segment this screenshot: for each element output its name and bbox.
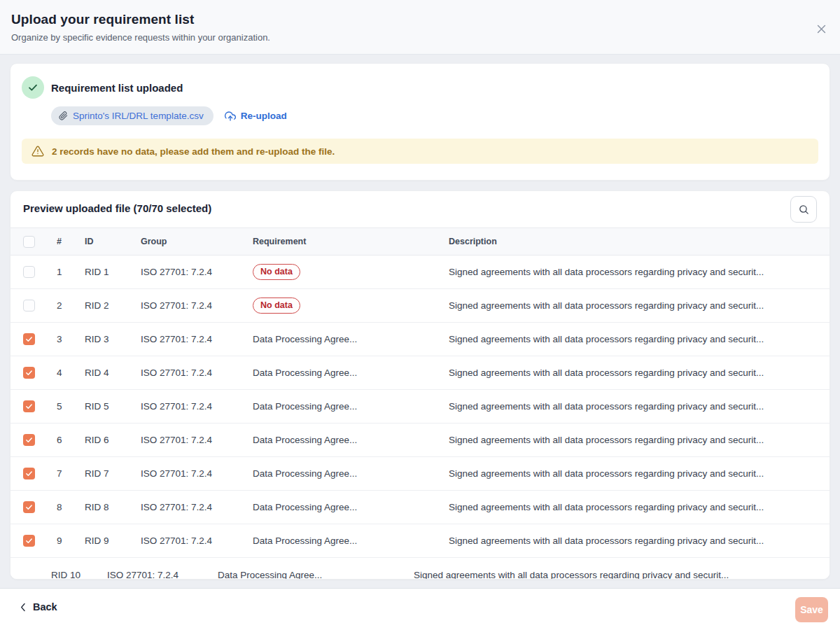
- reupload-button[interactable]: Re-upload: [225, 111, 287, 122]
- row-number: 6: [57, 435, 85, 445]
- row-description: Signed agreements with all data processo…: [449, 300, 830, 311]
- row-id: RID 7: [85, 468, 141, 479]
- row-description: Signed agreements with all data processo…: [449, 334, 830, 344]
- table-row: 9 RID 9 ISO 27701: 7.2.4 Data Processing…: [10, 524, 830, 558]
- table-header-row: # ID Group Requirement Description: [10, 227, 830, 255]
- row-checkbox[interactable]: [23, 266, 35, 278]
- page-title: Upload your requirement list: [11, 12, 194, 27]
- row-checkbox[interactable]: [23, 501, 35, 513]
- page-header: Upload your requirement list Organize by…: [0, 0, 840, 55]
- row-id: RID 6: [85, 435, 141, 445]
- row-description: Signed agreements with all data processo…: [449, 401, 830, 412]
- row-group: ISO 27701: 7.2.4: [141, 267, 253, 277]
- row-description: Signed agreements with all data processo…: [449, 502, 830, 512]
- table-row: 3 RID 3 ISO 27701: 7.2.4 Data Processing…: [10, 323, 830, 356]
- row-requirement: Data Processing Agree...: [218, 570, 322, 580]
- row-group: ISO 27701: 7.2.4: [141, 368, 253, 378]
- row-checkbox[interactable]: [23, 400, 35, 412]
- reupload-label: Re-upload: [241, 111, 287, 121]
- row-group: ISO 27701: 7.2.4: [141, 468, 253, 479]
- chevron-left-icon: [18, 602, 29, 612]
- row-id: RID 4: [85, 368, 141, 378]
- row-number: 3: [57, 334, 85, 344]
- table-row: 2 RID 2 ISO 27701: 7.2.4 No data Signed …: [10, 289, 830, 323]
- row-requirement: Data Processing Agree...: [253, 401, 449, 412]
- back-button[interactable]: Back: [18, 601, 57, 612]
- close-icon[interactable]: [814, 22, 828, 36]
- row-description: Signed agreements with all data processo…: [449, 267, 830, 277]
- row-description: Signed agreements with all data processo…: [449, 435, 830, 445]
- row-number: 9: [57, 536, 85, 546]
- row-checkbox[interactable]: [23, 434, 35, 446]
- row-group: ISO 27701: 7.2.4: [107, 570, 178, 580]
- column-header-group: Group: [141, 237, 253, 246]
- row-group: ISO 27701: 7.2.4: [141, 435, 253, 445]
- table-row: 8 RID 8 ISO 27701: 7.2.4 Data Processing…: [10, 491, 830, 524]
- table-row: 4 RID 4 ISO 27701: 7.2.4 Data Processing…: [10, 356, 830, 390]
- row-id: RID 8: [85, 502, 141, 512]
- row-requirement: No data: [253, 264, 449, 280]
- table-row-partial: RID 10 ISO 27701: 7.2.4 Data Processing …: [10, 558, 830, 580]
- success-check-icon: [22, 76, 44, 99]
- preview-title: Preview uploaded file (70/70 selected): [23, 202, 211, 214]
- warning-triangle-icon: [31, 145, 44, 158]
- select-all-checkbox[interactable]: [23, 236, 35, 248]
- row-id: RID 2: [85, 300, 141, 311]
- warning-message: 2 records have no data, please add them …: [52, 146, 335, 157]
- search-button[interactable]: [790, 196, 817, 223]
- row-id: RID 9: [85, 536, 141, 546]
- preview-card: Preview uploaded file (70/70 selected) #…: [10, 190, 830, 580]
- row-requirement: Data Processing Agree...: [253, 334, 449, 344]
- row-number: 5: [57, 401, 85, 412]
- row-description: Signed agreements with all data processo…: [449, 368, 830, 378]
- row-requirement: No data: [253, 298, 449, 314]
- row-group: ISO 27701: 7.2.4: [141, 334, 253, 344]
- row-group: ISO 27701: 7.2.4: [141, 502, 253, 512]
- row-requirement: Data Processing Agree...: [253, 468, 449, 479]
- table-row: 1 RID 1 ISO 27701: 7.2.4 No data Signed …: [10, 255, 830, 289]
- warning-banner: 2 records have no data, please add them …: [22, 139, 818, 164]
- row-description: Signed agreements with all data processo…: [449, 468, 830, 479]
- upload-status-card: Requirement list uploaded Sprinto's IRL/…: [10, 63, 830, 181]
- search-icon: [798, 204, 810, 216]
- no-data-badge: No data: [253, 264, 300, 280]
- row-number: 7: [57, 468, 85, 479]
- table-row: 5 RID 5 ISO 27701: 7.2.4 Data Processing…: [10, 390, 830, 424]
- uploaded-file-name: Sprinto's IRL/DRL template.csv: [73, 111, 204, 121]
- column-header-id: ID: [85, 237, 141, 246]
- no-data-badge: No data: [253, 298, 300, 314]
- row-number: 2: [57, 300, 85, 311]
- row-number: 8: [57, 502, 85, 512]
- table-row: 7 RID 7 ISO 27701: 7.2.4 Data Processing…: [10, 457, 830, 491]
- table-body: 1 RID 1 ISO 27701: 7.2.4 No data Signed …: [10, 255, 830, 558]
- row-requirement: Data Processing Agree...: [253, 368, 449, 378]
- save-button[interactable]: Save: [795, 597, 828, 622]
- paperclip-icon: [59, 111, 68, 120]
- footer-bar: Back Save: [0, 588, 840, 630]
- row-checkbox[interactable]: [23, 367, 35, 379]
- row-number: 1: [57, 267, 85, 277]
- row-requirement: Data Processing Agree...: [253, 502, 449, 512]
- row-requirement: Data Processing Agree...: [253, 435, 449, 445]
- row-id: RID 10: [51, 570, 80, 580]
- row-number: 4: [57, 368, 85, 378]
- page-subtitle: Organize by specific evidence requests w…: [11, 32, 270, 43]
- table-row: 6 RID 6 ISO 27701: 7.2.4 Data Processing…: [10, 424, 830, 457]
- upload-status-title: Requirement list uploaded: [51, 82, 183, 94]
- row-requirement: Data Processing Agree...: [253, 536, 449, 546]
- row-group: ISO 27701: 7.2.4: [141, 401, 253, 412]
- column-header-description: Description: [449, 237, 830, 246]
- uploaded-file-chip[interactable]: Sprinto's IRL/DRL template.csv: [51, 106, 214, 125]
- row-group: ISO 27701: 7.2.4: [141, 536, 253, 546]
- row-id: RID 3: [85, 334, 141, 344]
- row-description: Signed agreements with all data processo…: [414, 570, 729, 580]
- back-label: Back: [33, 601, 57, 612]
- row-checkbox[interactable]: [23, 535, 35, 547]
- row-checkbox[interactable]: [23, 333, 35, 345]
- column-header-requirement: Requirement: [253, 237, 449, 246]
- column-header-num: #: [57, 237, 85, 246]
- row-checkbox[interactable]: [23, 300, 35, 312]
- row-id: RID 1: [85, 267, 141, 277]
- row-checkbox[interactable]: [23, 468, 35, 479]
- row-description: Signed agreements with all data processo…: [449, 536, 830, 546]
